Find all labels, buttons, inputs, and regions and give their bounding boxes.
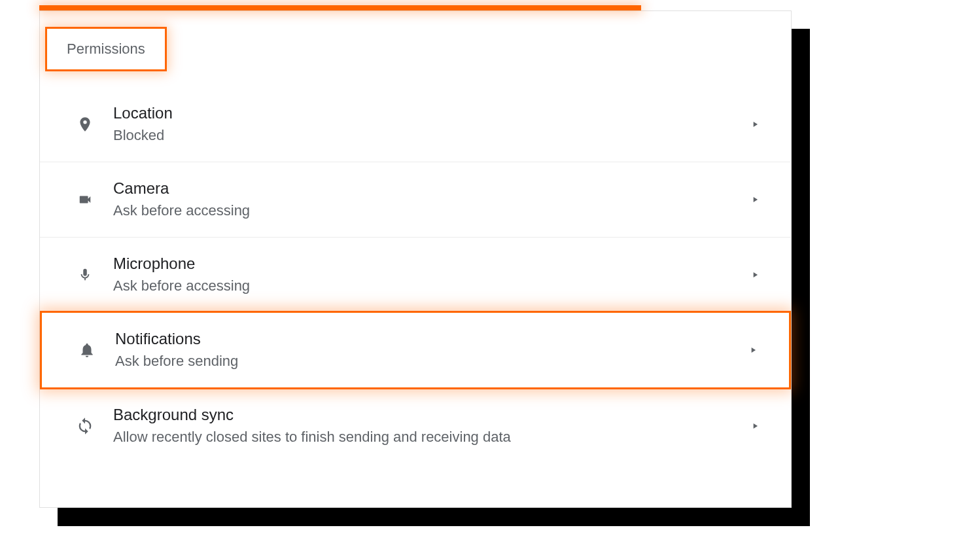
row-subtitle: Ask before accessing xyxy=(113,201,745,221)
bell-icon xyxy=(68,340,106,360)
row-text: Location Blocked xyxy=(104,103,745,146)
permission-row-microphone[interactable]: Microphone Ask before accessing xyxy=(40,237,791,312)
section-header: Permissions xyxy=(45,27,167,71)
chevron-right-icon xyxy=(745,270,765,279)
row-text: Notifications Ask before sending xyxy=(106,329,743,372)
permission-row-notifications[interactable]: Notifications Ask before sending xyxy=(40,311,791,389)
camera-icon xyxy=(66,192,104,207)
row-subtitle: Ask before sending xyxy=(115,351,743,372)
row-title: Background sync xyxy=(113,404,745,425)
chevron-right-icon xyxy=(745,195,765,204)
row-subtitle: Ask before accessing xyxy=(113,276,745,296)
permission-row-background-sync[interactable]: Background sync Allow recently closed si… xyxy=(40,388,791,463)
row-subtitle: Allow recently closed sites to finish se… xyxy=(113,427,745,448)
row-title: Notifications xyxy=(115,329,743,349)
top-accent-bar xyxy=(39,5,641,10)
microphone-icon xyxy=(66,265,104,285)
chevron-right-icon xyxy=(745,120,765,129)
row-text: Camera Ask before accessing xyxy=(104,178,745,221)
location-icon xyxy=(66,114,104,135)
row-title: Microphone xyxy=(113,253,745,274)
permissions-panel: Permissions Location Blocked xyxy=(39,10,792,508)
row-subtitle: Blocked xyxy=(113,126,745,146)
permission-row-location[interactable]: Location Blocked xyxy=(40,87,791,162)
sync-icon xyxy=(66,417,104,435)
permissions-list: Location Blocked Camera Ask before acces… xyxy=(40,87,791,463)
chevron-right-icon xyxy=(743,346,763,355)
row-title: Camera xyxy=(113,178,745,198)
permission-row-camera[interactable]: Camera Ask before accessing xyxy=(40,162,791,237)
row-text: Background sync Allow recently closed si… xyxy=(104,404,745,448)
row-title: Location xyxy=(113,103,745,123)
row-text: Microphone Ask before accessing xyxy=(104,253,745,296)
chevron-right-icon xyxy=(745,421,765,431)
